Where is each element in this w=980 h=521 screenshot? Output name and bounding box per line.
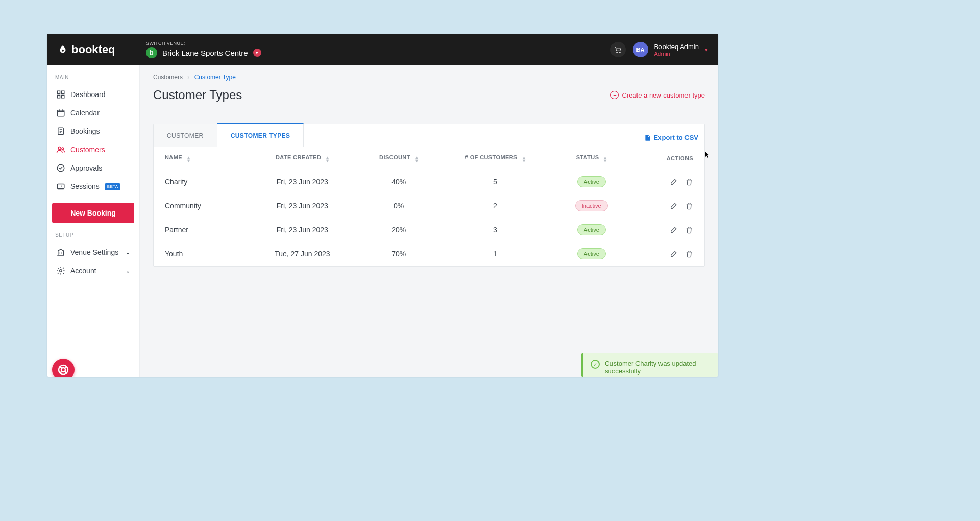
delete-button[interactable] [685, 226, 693, 234]
life-ring-icon [57, 364, 69, 376]
users-icon [56, 145, 65, 154]
edit-button[interactable] [670, 202, 678, 210]
help-fab[interactable] [52, 359, 75, 377]
chevron-down-icon[interactable]: ▾ [705, 46, 708, 53]
check-circle-icon [56, 163, 65, 173]
col-date-created[interactable]: DATE CREATED▴▾ [247, 147, 357, 170]
breadcrumb-current: Customer Type [194, 74, 236, 81]
cell-name: Charity [154, 170, 247, 194]
cell-name: Community [154, 194, 247, 218]
table-row: YouthTue, 27 Jun 202370%1Active [154, 242, 704, 266]
sidebar-item-label: Bookings [70, 127, 100, 135]
sort-icon: ▴▾ [415, 156, 418, 162]
sidebar-item-calendar[interactable]: Calendar [52, 104, 134, 122]
export-csv-link[interactable]: Export to CSV [638, 134, 704, 147]
cell-name: Partner [154, 218, 247, 242]
user-avatar[interactable]: BA [633, 42, 648, 57]
edit-button[interactable] [670, 178, 678, 186]
create-customer-type-label: Create a new customer type [622, 91, 705, 99]
sidebar-item-label: Venue Settings [70, 248, 118, 256]
cell-status: Active [550, 170, 633, 194]
sidebar-item-label: Approvals [70, 164, 102, 172]
toast-message: Customer Charity was updated successfull… [605, 360, 711, 375]
cell-date: Tue, 27 Jun 2023 [247, 242, 357, 266]
customer-types-table: NAME▴▾ DATE CREATED▴▾ DISCOUNT▴▾ # OF CU… [154, 147, 704, 266]
col-name[interactable]: NAME▴▾ [154, 147, 247, 170]
venue-switcher[interactable]: SWITCH VENUE: b Brick Lane Sports Centre… [146, 41, 261, 58]
cell-discount: 40% [357, 170, 440, 194]
sidebar-item-label: Sessions [70, 182, 100, 191]
building-icon [56, 248, 65, 257]
sidebar-item-dashboard[interactable]: Dashboard [52, 85, 134, 104]
status-badge: Active [577, 248, 606, 259]
edit-button[interactable] [670, 250, 678, 258]
grid-icon [56, 90, 65, 99]
sidebar-item-approvals[interactable]: Approvals [52, 159, 134, 177]
cell-date: Fri, 23 Jun 2023 [247, 170, 357, 194]
sort-icon: ▴▾ [326, 156, 329, 162]
col-discount[interactable]: DISCOUNT▴▾ [357, 147, 440, 170]
tab-row: CUSTOMER CUSTOMER TYPES Export to CSV [154, 124, 704, 147]
cell-status: Active [550, 218, 633, 242]
svg-rect-4 [62, 91, 64, 93]
cart-button[interactable] [610, 42, 626, 57]
breadcrumb-separator: › [187, 74, 189, 81]
brand-logo[interactable]: bookteq [57, 43, 140, 56]
col-num-customers[interactable]: # OF CUSTOMERS▴▾ [440, 147, 550, 170]
chevron-down-icon: ⌄ [126, 249, 130, 256]
ticket-icon [56, 182, 65, 191]
status-badge: Active [577, 176, 606, 187]
edit-button[interactable] [670, 226, 678, 234]
col-status[interactable]: STATUS▴▾ [550, 147, 633, 170]
sidebar-item-account[interactable]: Account ⌄ [52, 262, 134, 280]
delete-button[interactable] [685, 178, 693, 186]
delete-button[interactable] [685, 250, 693, 258]
cursor-icon [705, 151, 710, 158]
customer-types-card: CUSTOMER CUSTOMER TYPES Export to CSV NA… [153, 124, 705, 267]
cell-discount: 20% [357, 218, 440, 242]
sidebar-item-bookings[interactable]: Bookings [52, 122, 134, 140]
sidebar-section-main: MAIN [52, 75, 134, 85]
status-badge: Active [577, 224, 606, 235]
sidebar-item-label: Customers [70, 146, 105, 154]
page-title: Customer Types [153, 88, 242, 102]
delete-button[interactable] [685, 202, 693, 210]
svg-point-0 [62, 50, 64, 52]
breadcrumb-root[interactable]: Customers [153, 74, 183, 81]
sort-icon: ▴▾ [604, 156, 606, 162]
cell-status: Inactive [550, 194, 633, 218]
sidebar-item-label: Calendar [70, 109, 100, 117]
svg-rect-5 [57, 96, 60, 98]
svg-point-1 [617, 52, 618, 53]
tab-customer-types[interactable]: CUSTOMER TYPES [217, 123, 304, 147]
tab-customer[interactable]: CUSTOMER [154, 124, 217, 147]
sidebar-item-sessions[interactable]: Sessions BETA [52, 177, 134, 196]
sort-icon: ▴▾ [187, 156, 190, 162]
cell-actions [633, 170, 704, 194]
file-icon [644, 134, 651, 141]
user-name: Bookteq Admin [654, 43, 699, 51]
sidebar-item-customers[interactable]: Customers [52, 140, 134, 159]
cell-count: 3 [440, 218, 550, 242]
svg-point-10 [62, 148, 64, 150]
table-row: CommunityFri, 23 Jun 20230%2Inactive [154, 194, 704, 218]
cell-discount: 70% [357, 242, 440, 266]
svg-point-9 [58, 147, 61, 149]
export-csv-label: Export to CSV [654, 134, 698, 141]
success-toast: ✓ Customer Charity was updated successfu… [581, 353, 718, 377]
cell-actions [633, 218, 704, 242]
cart-icon [614, 46, 622, 54]
status-badge: Inactive [575, 200, 608, 211]
svg-point-2 [619, 52, 620, 53]
breadcrumb: Customers › Customer Type [153, 74, 705, 81]
new-booking-button[interactable]: New Booking [52, 203, 134, 223]
sidebar-item-label: Account [70, 267, 96, 275]
cell-actions [633, 194, 704, 218]
sidebar-item-venue-settings[interactable]: Venue Settings ⌄ [52, 243, 134, 262]
create-customer-type-link[interactable]: + Create a new customer type [610, 91, 705, 99]
svg-rect-6 [62, 96, 64, 98]
calendar-icon [56, 108, 65, 117]
cell-date: Fri, 23 Jun 2023 [247, 218, 357, 242]
user-menu[interactable]: Bookteq Admin Admin [654, 43, 699, 57]
app-window: bookteq SWITCH VENUE: b Brick Lane Sport… [47, 34, 718, 377]
